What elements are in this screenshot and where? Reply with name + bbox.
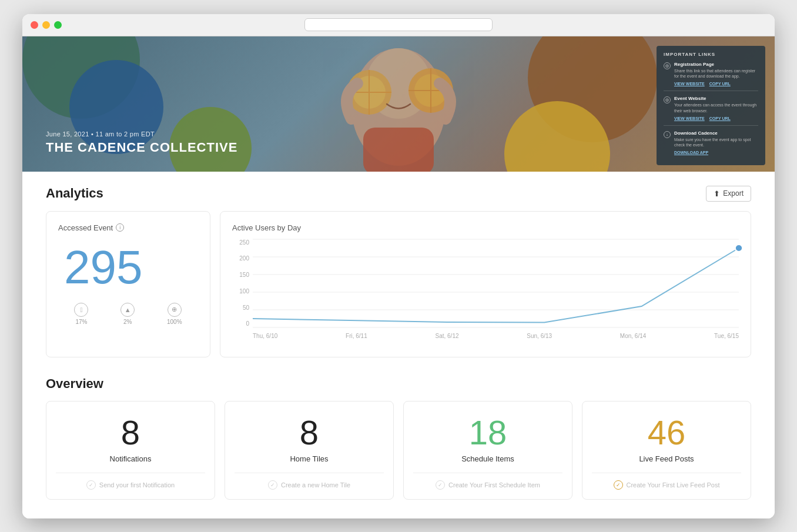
title-bar	[22, 14, 775, 36]
home-tiles-cta-text: Create a new Home Tile	[281, 481, 350, 488]
home-tiles-label: Home Tiles	[290, 454, 328, 463]
important-links-heading: IMPORTANT LINKS	[664, 52, 758, 57]
x-label-fri: Fri, 6/11	[346, 333, 367, 339]
schedule-items-label: Schedule Items	[461, 454, 514, 463]
main-content: Analytics ⬆ Export Accessed Event i 295 …	[22, 172, 775, 518]
traffic-lights	[31, 21, 62, 29]
hero-title: THE CADENCE COLLECTIVE	[46, 140, 237, 155]
ios-icon: 	[74, 303, 88, 317]
notifications-cta-text: Send your first Notification	[99, 481, 175, 488]
x-label-thu: Thu, 6/10	[253, 333, 277, 339]
schedule-items-cta-icon: ✓	[436, 480, 445, 490]
live-feed-cta[interactable]: ✓ Create Your First Live Feed Post	[614, 480, 720, 490]
accessed-event-subtitle: Accessed Event i	[58, 223, 198, 232]
x-label-tue: Tue, 6/15	[714, 333, 739, 339]
svg-rect-10	[363, 128, 434, 172]
minimize-button[interactable]	[42, 21, 50, 29]
live-feed-card: 46 Live Feed Posts ✓ Create Your First L…	[582, 401, 751, 500]
x-label-sun: Sun, 6/13	[527, 333, 552, 339]
analytics-grid: Accessed Event i 295  17% ▲ 2% ⊕ 100	[46, 211, 751, 357]
il-icon-website: ◎	[664, 96, 671, 103]
svg-point-17	[735, 245, 742, 252]
live-feed-cta-icon: ✓	[614, 480, 623, 490]
il-download-desc: Make sure you have the event app to spot…	[674, 137, 758, 149]
maximize-button[interactable]	[54, 21, 62, 29]
y-label-50: 50	[243, 305, 249, 311]
android-icon: ▲	[120, 303, 135, 317]
il-icon-download: ↓	[664, 131, 671, 138]
export-button[interactable]: ⬆ Export	[706, 186, 751, 202]
notifications-cta-icon: ✓	[86, 480, 96, 490]
live-feed-label: Live Feed Posts	[639, 454, 694, 463]
il-registration-name: Registration Page	[674, 62, 758, 67]
platform-ios:  17%	[74, 303, 88, 325]
accessed-event-number: 295	[64, 244, 198, 291]
platform-android: ▲ 2%	[120, 303, 135, 325]
il-website-desc: Your attendees can access the event thro…	[674, 102, 758, 114]
hero-content: June 15, 2021 • 11 am to 2 pm EDT THE CA…	[46, 131, 237, 155]
y-label-250: 250	[239, 239, 249, 246]
export-icon: ⬆	[714, 189, 720, 198]
active-users-subtitle: Active Users by Day	[232, 223, 739, 232]
info-icon[interactable]: i	[116, 223, 124, 232]
analytics-header: Analytics ⬆ Export	[46, 186, 751, 202]
chart-plot	[253, 239, 739, 327]
live-feed-number: 46	[648, 416, 686, 450]
live-feed-divider	[592, 473, 741, 473]
notifications-card: 8 Notifications ✓ Send your first Notifi…	[46, 401, 215, 500]
home-tiles-divider	[235, 473, 384, 473]
home-tiles-number: 8	[300, 416, 319, 450]
il-registration-view[interactable]: VIEW WEBSITE	[674, 82, 705, 86]
il-registration-copy[interactable]: COPY URL	[709, 82, 731, 86]
overview-title: Overview	[46, 376, 103, 392]
il-website-view[interactable]: VIEW WEBSITE	[674, 116, 705, 121]
app-window: June 15, 2021 • 11 am to 2 pm EDT THE CA…	[22, 14, 775, 518]
y-label-200: 200	[239, 255, 249, 262]
schedule-items-cta-text: Create Your First Schedule Item	[448, 481, 540, 488]
notifications-cta[interactable]: ✓ Send your first Notification	[86, 480, 175, 490]
url-bar[interactable]	[304, 18, 493, 31]
il-registration: ◎ Registration Page Share this link so t…	[664, 62, 758, 92]
x-label-mon: Mon, 6/14	[620, 333, 646, 339]
platform-web: ⊕ 100%	[167, 303, 182, 325]
home-tiles-cta-icon: ✓	[268, 480, 277, 490]
chart-y-axis: 250 200 150 100 50 0	[232, 239, 253, 327]
chart-x-labels: Thu, 6/10 Fri, 6/11 Sat, 6/12 Sun, 6/13 …	[253, 327, 739, 345]
y-label-150: 150	[239, 272, 249, 278]
hero-date: June 15, 2021 • 11 am to 2 pm EDT	[46, 131, 237, 138]
il-download-link[interactable]: DOWNLOAD APP	[674, 150, 708, 155]
overview-header: Overview	[46, 376, 751, 392]
il-website-name: Event Website	[674, 96, 758, 101]
x-label-sat: Sat, 6/12	[435, 333, 458, 339]
overview-grid: 8 Notifications ✓ Send your first Notifi…	[46, 401, 751, 500]
home-tiles-card: 8 Home Tiles ✓ Create a new Home Tile	[225, 401, 394, 500]
hero-person-image	[304, 36, 493, 172]
schedule-items-cta[interactable]: ✓ Create Your First Schedule Item	[436, 480, 540, 490]
export-label: Export	[723, 189, 744, 198]
hero-banner: June 15, 2021 • 11 am to 2 pm EDT THE CA…	[22, 36, 775, 172]
y-label-0: 0	[246, 320, 249, 327]
close-button[interactable]	[31, 21, 38, 29]
notifications-divider	[56, 473, 205, 473]
y-label-100: 100	[239, 288, 249, 295]
il-website-copy[interactable]: COPY URL	[709, 116, 731, 121]
il-icon-registration: ◎	[664, 62, 671, 69]
web-icon: ⊕	[168, 303, 182, 317]
schedule-items-number: 18	[469, 416, 507, 450]
il-registration-desc: Share this link so that attendees can re…	[674, 68, 758, 80]
analytics-title: Analytics	[46, 186, 103, 201]
live-feed-cta-text: Create Your First Live Feed Post	[627, 481, 720, 488]
active-users-card: Active Users by Day 250 200 150 100 50 0	[220, 211, 751, 357]
platform-row:  17% ▲ 2% ⊕ 100%	[58, 303, 198, 325]
il-download: ↓ Download Cadence Make sure you have th…	[664, 131, 758, 160]
ios-pct: 17%	[75, 319, 87, 325]
schedule-items-divider	[413, 473, 562, 473]
chart-area: 250 200 150 100 50 0	[232, 239, 739, 345]
home-tiles-cta[interactable]: ✓ Create a new Home Tile	[268, 480, 350, 490]
il-download-name: Download Cadence	[674, 131, 758, 136]
il-event-website: ◎ Event Website Your attendees can acces…	[664, 96, 758, 126]
accessed-event-card: Accessed Event i 295  17% ▲ 2% ⊕ 100	[46, 211, 210, 357]
important-links-panel: IMPORTANT LINKS ◎ Registration Page Shar…	[657, 46, 765, 166]
schedule-items-card: 18 Schedule Items ✓ Create Your First Sc…	[403, 401, 572, 500]
notifications-number: 8	[121, 416, 140, 450]
